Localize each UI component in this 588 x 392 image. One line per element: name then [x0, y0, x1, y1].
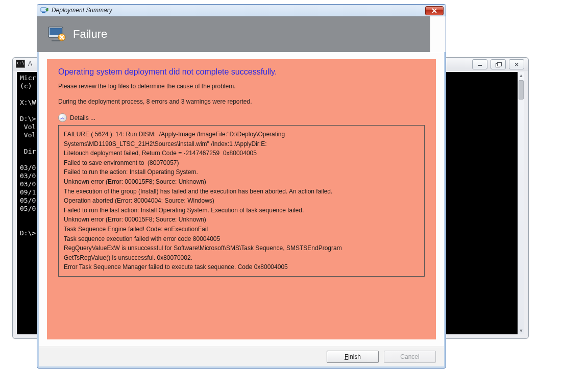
- cancel-label: Cancel: [400, 353, 419, 360]
- banner-title: Failure: [73, 28, 107, 41]
- deployment-icon: [40, 6, 48, 14]
- dialog-titlebar[interactable]: Deployment Summary: [37, 5, 446, 16]
- svg-rect-4: [54, 38, 58, 40]
- console-window-controls: ✕: [472, 59, 524, 69]
- console-scrollbar[interactable]: ▲ ▼: [518, 72, 524, 334]
- stats-line: During the deployment process, 8 errors …: [58, 98, 425, 105]
- maximize-icon: [496, 62, 501, 67]
- details-toggle[interactable]: ︽ Details ...: [58, 113, 425, 122]
- banner-right-cap: [430, 16, 446, 52]
- minimize-button[interactable]: [472, 59, 487, 69]
- monitor-icon: [47, 26, 66, 42]
- review-line: Please review the log files to determine…: [58, 83, 425, 90]
- minimize-icon: [478, 65, 482, 66]
- dialog-button-bar: Finish Cancel: [39, 347, 444, 366]
- details-label: Details ...: [70, 114, 95, 121]
- log-box[interactable]: FAILURE ( 5624 ): 14: Run DISM: /Apply-I…: [58, 125, 425, 277]
- finish-label-rest: inish: [348, 353, 361, 360]
- maximize-button[interactable]: [491, 59, 506, 69]
- dialog-content: Operating system deployment did not comp…: [47, 59, 436, 339]
- cancel-button: Cancel: [384, 351, 436, 363]
- finish-button[interactable]: Finish: [327, 351, 379, 363]
- close-window-button[interactable]: ✕: [509, 59, 524, 69]
- console-title: A: [28, 60, 32, 67]
- deployment-summary-dialog: Deployment Summary Failure Operating sys…: [37, 4, 446, 369]
- svg-rect-0: [41, 8, 46, 12]
- dialog-banner: Failure: [37, 16, 446, 52]
- close-icon: [432, 8, 437, 13]
- scroll-up-arrow-icon[interactable]: ▲: [518, 72, 524, 79]
- scroll-down-arrow-icon[interactable]: ▼: [518, 327, 524, 334]
- dialog-title: Deployment Summary: [52, 7, 112, 14]
- close-icon: ✕: [514, 62, 519, 67]
- svg-rect-1: [42, 12, 45, 13]
- dialog-close-button[interactable]: [425, 6, 444, 15]
- cmd-icon: [16, 60, 25, 68]
- svg-rect-5: [52, 40, 60, 41]
- dialog-content-outer: Operating system deployment did not comp…: [39, 53, 444, 346]
- headline: Operating system deployment did not comp…: [58, 67, 425, 77]
- chevron-up-icon: ︽: [58, 113, 67, 122]
- scroll-thumb[interactable]: [519, 80, 524, 100]
